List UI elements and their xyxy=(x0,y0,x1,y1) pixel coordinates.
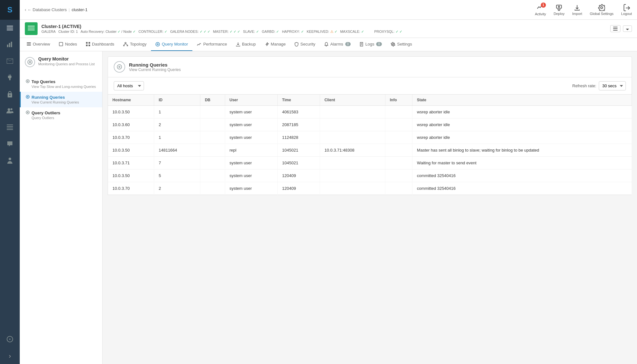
global-settings-button[interactable]: Global Settings xyxy=(590,4,614,16)
sidebar-item-chat[interactable] xyxy=(0,136,20,152)
svg-point-41 xyxy=(392,44,394,45)
svg-rect-9 xyxy=(7,126,13,127)
sub-nav: Query Monitor Monitoring Queries and Pro… xyxy=(20,51,103,364)
tab-overview[interactable]: Overview xyxy=(22,38,54,51)
svg-point-42 xyxy=(28,60,32,64)
cell-hostname: 10.0.3.50 xyxy=(108,169,154,182)
query-outliers-desc: Query Outliers xyxy=(26,116,97,120)
svg-point-43 xyxy=(29,61,31,63)
table-row[interactable]: 10.0.3.602system user2087185wsrep aborte… xyxy=(108,118,632,131)
tab-alarms[interactable]: Alarms 0 xyxy=(320,38,355,51)
sidebar-item-lock[interactable] xyxy=(0,86,20,103)
svg-point-51 xyxy=(119,66,120,68)
sidebar-item-team[interactable] xyxy=(0,152,20,169)
svg-rect-5 xyxy=(11,42,12,47)
tab-dashboards[interactable]: Dashboards xyxy=(82,38,119,51)
cell-time: 120409 xyxy=(277,169,320,182)
logout-button[interactable]: Logout xyxy=(621,4,632,16)
svg-point-12 xyxy=(9,158,11,160)
svg-point-7 xyxy=(11,108,12,110)
svg-point-36 xyxy=(156,42,160,46)
col-client: Client xyxy=(320,95,385,106)
tab-logs[interactable]: Logs 0 xyxy=(355,38,386,51)
breadcrumb-link-db-clusters[interactable]: ‹ ← Database Clusters xyxy=(25,7,67,12)
tab-query-monitor-label: Query Monitor xyxy=(162,42,188,46)
cell-client xyxy=(320,106,385,118)
cell-info xyxy=(385,118,412,131)
tab-settings-label: Settings xyxy=(397,42,412,46)
cell-hostname: 10.0.3.70 xyxy=(108,131,154,144)
cluster-icon xyxy=(25,22,38,35)
svg-point-33 xyxy=(127,45,128,46)
tab-manage[interactable]: Manage xyxy=(260,38,290,51)
sidebar-item-users[interactable] xyxy=(0,103,20,119)
cell-user: system user xyxy=(225,131,277,144)
sidebar-item-integrations[interactable] xyxy=(0,331,20,347)
panel-header-text: Running Queries View Current Running Que… xyxy=(129,62,181,72)
host-filter-select[interactable]: All hosts 10.0.3.50 10.0.3.60 10.0.3.70 … xyxy=(114,81,144,90)
cell-hostname: 10.0.3.60 xyxy=(108,118,154,131)
sub-nav-running-queries[interactable]: Running Queries View Current Running Que… xyxy=(20,92,102,107)
sub-nav-query-outliers[interactable]: Query Outliers Query Outliers xyxy=(20,107,102,123)
refresh-rate-select[interactable]: 5 secs 10 secs 30 secs 1 min 5 min xyxy=(599,81,626,90)
table-row[interactable]: 10.0.3.702system user120409committed 325… xyxy=(108,182,632,195)
sidebar-item-email[interactable] xyxy=(0,53,20,69)
running-queries-title: Running Queries xyxy=(32,95,65,100)
cell-time: 2087185 xyxy=(277,118,320,131)
sidebar-item-chart[interactable] xyxy=(0,36,20,53)
cluster-menu-button[interactable] xyxy=(610,25,620,32)
tab-query-monitor[interactable]: Query Monitor xyxy=(151,38,192,51)
svg-rect-22 xyxy=(613,30,618,31)
svg-rect-18 xyxy=(28,28,35,28)
table-row[interactable]: 10.0.3.505system user120409committed 325… xyxy=(108,169,632,182)
cell-time: 1124828 xyxy=(277,131,320,144)
tab-backup[interactable]: Backup xyxy=(232,38,260,51)
table-row[interactable]: 10.0.3.717system user1045021Waiting for … xyxy=(108,157,632,169)
import-button[interactable]: Import xyxy=(572,4,582,16)
col-db: DB xyxy=(200,95,225,106)
cell-id: 7 xyxy=(154,157,200,169)
svg-point-6 xyxy=(8,108,10,111)
table-row[interactable]: 10.0.3.701system user1124828wsrep aborte… xyxy=(108,131,632,144)
sidebar-item-expand[interactable]: › xyxy=(0,347,20,364)
app-logo[interactable]: S xyxy=(0,0,20,20)
running-queries-icon xyxy=(26,95,30,100)
cell-user: system user xyxy=(225,182,277,195)
cluster-expand-button[interactable] xyxy=(623,25,632,32)
cluster-meta-galera: GALERA Cluster ID: 1 Auto Recovery: Clus… xyxy=(41,30,364,34)
main-panel: Running Queries View Current Running Que… xyxy=(103,51,637,364)
sidebar-item-plugin[interactable] xyxy=(0,69,20,86)
sidebar: S › xyxy=(0,0,20,364)
svg-rect-14 xyxy=(556,5,562,8)
sub-nav-title: Query Monitor xyxy=(38,56,95,61)
deploy-button[interactable]: Deploy xyxy=(554,4,564,16)
col-time: Time xyxy=(277,95,320,106)
cell-state: wsrep aborter idle xyxy=(412,131,632,144)
svg-rect-28 xyxy=(89,42,90,44)
running-queries-panel-subtitle: View Current Running Queries xyxy=(129,68,181,72)
activity-button[interactable]: 1 Activity xyxy=(535,4,546,16)
sub-nav-header: Query Monitor Monitoring Queries and Pro… xyxy=(25,56,97,67)
sidebar-item-list[interactable] xyxy=(0,119,20,136)
deploy-label: Deploy xyxy=(554,12,564,16)
table-row[interactable]: 10.0.3.501system user4061583wsrep aborte… xyxy=(108,106,632,118)
cell-hostname: 10.0.3.70 xyxy=(108,182,154,195)
tab-topology[interactable]: Topology xyxy=(119,38,151,51)
table-row[interactable]: 10.0.3.5014811664repl104502110.0.3.71:48… xyxy=(108,144,632,157)
svg-rect-11 xyxy=(7,129,13,130)
col-state: State xyxy=(412,95,632,106)
top-queries-desc: View Top Slow and Long-running Queries xyxy=(26,85,97,89)
tab-settings[interactable]: Settings xyxy=(386,38,417,51)
cell-info xyxy=(385,106,412,118)
cluster-meta-proxysql: PROXYSQL: ✓ ✓ xyxy=(374,30,402,34)
cell-user: system user xyxy=(225,118,277,131)
svg-point-46 xyxy=(26,95,29,98)
sidebar-item-menu[interactable] xyxy=(0,20,20,36)
cell-db xyxy=(200,118,225,131)
tab-nodes[interactable]: Nodes xyxy=(54,38,82,51)
cell-time: 1045021 xyxy=(277,144,320,157)
sub-nav-top-queries[interactable]: Top Queries View Top Slow and Long-runni… xyxy=(20,76,102,92)
tab-security[interactable]: Security xyxy=(290,38,320,51)
svg-line-35 xyxy=(125,44,127,45)
tab-performance[interactable]: Performance xyxy=(192,38,231,51)
